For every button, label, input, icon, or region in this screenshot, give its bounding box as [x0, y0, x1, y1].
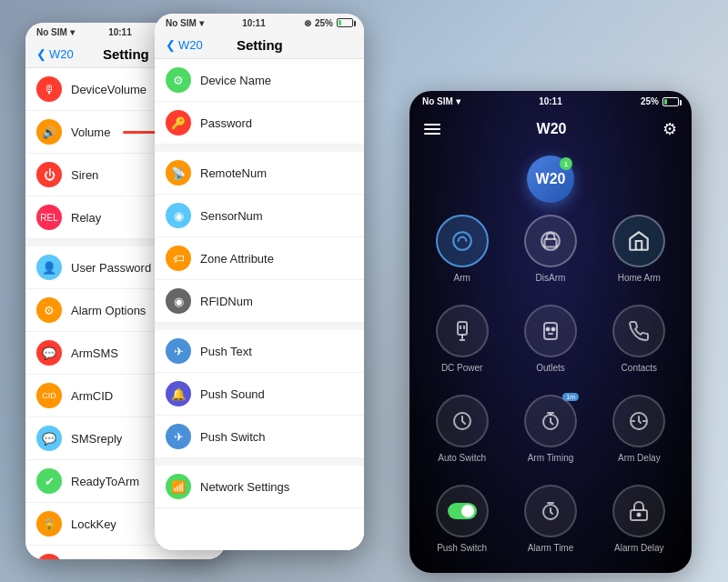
- phone3-battery-pct: 25%: [641, 96, 659, 106]
- setting-icon-ringernum: 🔔: [36, 554, 62, 559]
- setting-label-pushsound: Push Sound: [200, 387, 265, 401]
- notification-count: 1: [564, 160, 568, 168]
- setting-item-remotenum[interactable]: 📡 RemoteNum: [155, 152, 364, 195]
- control-contacts[interactable]: Contacts: [600, 305, 679, 386]
- alarmdelay-label: Alarm Delay: [614, 543, 663, 553]
- setting-icon-volume: 🔊: [36, 119, 62, 145]
- setting-item-rfidnum[interactable]: ◉ RFIDNum: [155, 280, 364, 323]
- alarmtime-label: Alarm Time: [528, 543, 574, 553]
- phone2-back-label: W20: [178, 38, 203, 52]
- phone2-battery-pct: 25%: [315, 18, 333, 28]
- setting-icon-pushswitch: ✈: [166, 424, 191, 449]
- phone1-back-label: W20: [49, 47, 74, 61]
- phone3-carrier: No SIM: [422, 96, 453, 106]
- setting-label-relay: Relay: [71, 211, 101, 225]
- phone2-back-button[interactable]: ❮ W20: [166, 38, 203, 52]
- divider-2: [155, 145, 364, 152]
- setting-item-sensornum[interactable]: ◉ SensorNum: [155, 195, 364, 237]
- control-outlets[interactable]: Outlets: [511, 305, 590, 386]
- setting-label-devicename: Device Name: [200, 74, 271, 87]
- setting-label-armsms: ArmSMS: [71, 346, 118, 360]
- autoswitch-circle: [436, 395, 489, 447]
- control-homearm[interactable]: Home Arm: [600, 215, 679, 296]
- phone2-nav-bar: ❮ W20 Setting: [155, 32, 364, 59]
- setting-item-password[interactable]: 🔑 Password: [155, 102, 364, 145]
- dcpower-circle: [436, 305, 489, 357]
- setting-icon-armcid: CID: [36, 383, 62, 408]
- phone3-title: W20: [537, 121, 567, 137]
- phone3-settings-icon[interactable]: ⚙: [662, 119, 677, 139]
- phone3-status-bar: No SIM ▾ 10:11 25%: [410, 91, 692, 112]
- svg-rect-3: [458, 322, 467, 335]
- phone2-nav-title: Setting: [203, 37, 317, 53]
- divider-4: [155, 458, 364, 466]
- setting-label-userpassword: User Password: [71, 261, 151, 275]
- armdelay-label: Arm Delay: [618, 453, 661, 463]
- phone2-back-chevron: ❮: [166, 38, 176, 52]
- setting-label-volume: Volume: [71, 125, 110, 139]
- phone-3: No SIM ▾ 10:11 25% W20 ⚙ W20 1: [410, 91, 692, 573]
- pushswitch-circle: [436, 485, 489, 537]
- setting-item-pushswitch[interactable]: ✈ Push Switch: [155, 416, 364, 458]
- svg-point-0: [453, 232, 471, 250]
- contacts-label: Contacts: [622, 363, 657, 373]
- setting-icon-siren: ⏻: [36, 162, 62, 187]
- phone2-battery-icon: [337, 18, 353, 27]
- hamburger-menu-icon[interactable]: [424, 124, 440, 135]
- control-pushswitch[interactable]: Push Switch: [422, 485, 501, 566]
- outlets-circle: [524, 305, 577, 357]
- autoswitch-label: Auto Switch: [438, 453, 486, 463]
- setting-label-zoneattribute: Zone Attribute: [200, 252, 274, 266]
- phone2-wifi-icon: ⊛: [304, 18, 311, 28]
- pushswitch-label: Push Switch: [437, 543, 487, 553]
- setting-icon-alarmoptions: ⚙: [36, 297, 62, 323]
- setting-icon-devicename: ⚙: [166, 67, 191, 93]
- arm-timing-badge: 1m: [562, 393, 579, 401]
- control-alarmdelay[interactable]: Alarm Delay: [600, 485, 679, 566]
- setting-item-devicename[interactable]: ⚙ Device Name: [155, 59, 364, 102]
- w20-badge-container: W20 1: [410, 146, 692, 207]
- setting-icon-pushtext: ✈: [166, 338, 191, 364]
- setting-label-alarmoptions: Alarm Options: [71, 304, 146, 317]
- setting-icon-remotenum: 📡: [166, 160, 191, 186]
- contacts-circle: [612, 305, 665, 357]
- armdelay-circle: [612, 395, 665, 447]
- control-alarmtime[interactable]: Alarm Time: [511, 485, 590, 566]
- setting-item-networksettings[interactable]: 📶 Network Settings: [155, 466, 364, 508]
- svg-point-5: [546, 328, 549, 331]
- setting-item-pushtext[interactable]: ✈ Push Text: [155, 330, 364, 373]
- w20-badge[interactable]: W20 1: [527, 156, 574, 203]
- armtiming-circle: 1m: [524, 395, 577, 447]
- control-autoswitch[interactable]: Auto Switch: [422, 395, 501, 476]
- phone-2: No SIM ▾ 10:11 ⊛ 25% ❮ W20 Setting ⚙ Dev…: [155, 14, 364, 550]
- phone2-status-bar: No SIM ▾ 10:11 ⊛ 25%: [155, 14, 364, 32]
- phone2-time: 10:11: [242, 18, 266, 28]
- phone1-carrier: No SIM: [36, 27, 67, 37]
- armtiming-label: Arm Timing: [528, 453, 574, 463]
- setting-label-armcid: ArmCID: [71, 389, 113, 403]
- phone3-time: 10:11: [539, 96, 562, 106]
- push-switch-toggle[interactable]: [448, 503, 477, 519]
- dcpower-label: DC Power: [441, 363, 483, 373]
- control-dcpower[interactable]: DC Power: [422, 305, 501, 386]
- svg-point-6: [551, 328, 554, 331]
- phone1-back-button[interactable]: ❮ W20: [36, 47, 74, 61]
- phone3-header: W20 ⚙: [410, 112, 692, 146]
- disarm-circle: [524, 215, 577, 267]
- setting-label-pushtext: Push Text: [200, 345, 252, 358]
- control-armdelay[interactable]: Arm Delay: [600, 395, 679, 476]
- phone2-carrier: No SIM: [166, 18, 197, 28]
- setting-icon-networksettings: 📶: [166, 474, 191, 499]
- disarm-label: DisArm: [536, 273, 566, 283]
- control-disarm[interactable]: DisArm: [511, 215, 590, 296]
- setting-item-zoneattribute[interactable]: 🏷 Zone Attribute: [155, 237, 364, 280]
- setting-label-siren: Siren: [71, 168, 98, 182]
- setting-icon-pushsound: 🔔: [166, 381, 191, 406]
- setting-icon-readytoarm: ✔: [36, 468, 62, 494]
- setting-label-networksettings: Network Settings: [200, 480, 289, 494]
- setting-label-rfidnum: RFIDNum: [200, 295, 253, 308]
- setting-item-pushsound[interactable]: 🔔 Push Sound: [155, 373, 364, 416]
- homearm-label: Home Arm: [618, 273, 661, 283]
- control-arm[interactable]: Arm: [422, 215, 501, 296]
- control-armtiming[interactable]: 1m Arm Timing: [511, 395, 590, 476]
